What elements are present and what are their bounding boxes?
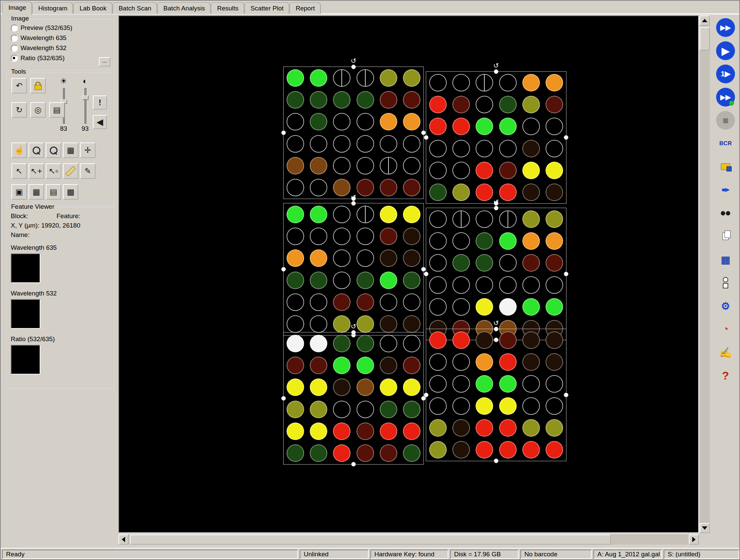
selection-handle[interactable] <box>564 135 568 140</box>
annotate-icon[interactable]: ✒ <box>716 181 735 199</box>
ruler-button[interactable] <box>63 163 78 179</box>
selection-handle[interactable] <box>351 330 356 335</box>
selection-handle[interactable] <box>281 267 286 272</box>
new-blocks-button[interactable]: ▤ <box>46 184 61 200</box>
selection-handle[interactable] <box>494 327 498 331</box>
gauge-icon[interactable]: ◔ <box>716 320 735 338</box>
previous-button[interactable]: ◀ <box>93 115 107 129</box>
draw-button[interactable]: ✎ <box>80 163 96 179</box>
image-mode-wavelength-635[interactable]: Wavelength 635 <box>11 34 110 42</box>
image-mode-ratio-532-635[interactable]: Ratio (532/635) <box>11 54 110 62</box>
find-icon[interactable] <box>716 204 735 223</box>
selection-handle[interactable] <box>494 206 498 210</box>
tab-scatter-plot[interactable]: Scatter Plot <box>245 3 289 14</box>
microarray-block[interactable]: ↺ <box>426 71 566 204</box>
selection-handle[interactable] <box>564 272 568 276</box>
microarray-block[interactable]: ↺ <box>283 67 424 199</box>
radio-button[interactable] <box>11 35 18 42</box>
select-button[interactable]: ↖ <box>11 163 27 179</box>
tab-batch-scan[interactable]: Batch Scan <box>113 3 157 14</box>
lab-notes-icon[interactable]: ✍ <box>716 343 735 362</box>
tab-lab-book[interactable]: Lab Book <box>74 3 112 14</box>
feature-grid-button[interactable]: ▦ <box>63 143 78 158</box>
scroll-down-button[interactable] <box>700 523 710 533</box>
hardware-diagnostics-icon[interactable]: ⚙ <box>716 296 735 315</box>
scan-all-icon[interactable]: ▶▶ <box>716 18 735 37</box>
selection-handle[interactable] <box>494 69 498 74</box>
color-palette-button[interactable]: ▤ <box>49 102 65 118</box>
contrast-slider[interactable] <box>82 88 88 123</box>
copy-icon[interactable] <box>716 227 735 246</box>
save-results-icon[interactable] <box>716 157 735 176</box>
zoom-button[interactable] <box>46 143 61 158</box>
preview-scan-icon[interactable]: ▶▶ <box>716 88 735 107</box>
scroll-left-button[interactable] <box>118 534 128 545</box>
selection-handle[interactable] <box>351 65 356 69</box>
image-mode-wavelength-532[interactable]: Wavelength 532 <box>11 44 110 52</box>
view-image-button[interactable]: ▣ <box>11 184 27 200</box>
selection-handle[interactable] <box>424 272 429 276</box>
selection-handle[interactable] <box>564 393 568 397</box>
help-icon[interactable]: ? <box>716 366 735 385</box>
rotate-button[interactable]: ↻ <box>11 102 27 118</box>
selection-handle[interactable] <box>424 135 429 140</box>
radio-button[interactable] <box>11 45 18 52</box>
undo-button[interactable]: ↶ <box>11 78 27 93</box>
tab-image[interactable]: Image <box>3 2 32 15</box>
align-target-button[interactable]: ◎ <box>30 102 46 118</box>
selection-handle[interactable] <box>281 130 286 135</box>
more-options-button[interactable]: ... <box>99 57 110 67</box>
selection-handle[interactable] <box>421 130 426 135</box>
lock-button[interactable] <box>30 78 46 93</box>
selection-handle[interactable] <box>351 462 356 467</box>
scan-once-icon[interactable]: 1▶ <box>716 65 735 83</box>
select-add-button[interactable]: ↖+ <box>29 163 44 179</box>
tab-results[interactable]: Results <box>211 3 244 14</box>
preview-label: Wavelength 532 <box>11 290 57 297</box>
stop-icon[interactable]: ■ <box>716 111 735 130</box>
rotate-handle-icon[interactable]: ↺ <box>351 57 357 65</box>
horizontal-scrollbar[interactable] <box>118 534 699 545</box>
barcode-icon[interactable]: BCR <box>716 134 735 153</box>
vertical-scroll-thumb[interactable] <box>700 27 710 50</box>
display-options-icon[interactable] <box>716 273 735 292</box>
selection-handle[interactable] <box>351 201 356 206</box>
rotate-handle-icon[interactable]: ↺ <box>493 319 499 327</box>
copy-glyph <box>723 233 729 240</box>
tab-batch-analysis[interactable]: Batch Analysis <box>158 3 211 14</box>
pan-hand-button[interactable]: ☝ <box>11 143 27 158</box>
slider-thumb[interactable] <box>82 95 88 100</box>
rotate-handle-icon[interactable]: ↺ <box>493 198 499 206</box>
horizontal-scroll-track[interactable] <box>128 534 689 545</box>
radio-button[interactable] <box>11 55 18 62</box>
rotate-handle-icon[interactable]: ↺ <box>351 322 357 330</box>
selection-handle[interactable] <box>421 267 426 272</box>
tab-histogram[interactable]: Histogram <box>33 3 73 14</box>
scroll-right-button[interactable] <box>689 534 699 545</box>
view-blocks-button[interactable]: ▦ <box>29 184 44 200</box>
image-mode-preview-532-635[interactable]: Preview (532/635) <box>11 24 110 32</box>
microarray-block[interactable]: ↺ <box>283 203 424 335</box>
report-table-icon[interactable]: ▦ <box>716 250 735 269</box>
block-properties-button[interactable]: ▩ <box>63 184 78 200</box>
radio-button[interactable] <box>11 25 18 32</box>
selection-handle[interactable] <box>494 458 498 463</box>
selection-handle[interactable] <box>281 396 286 401</box>
zoom-area-button[interactable] <box>29 143 44 158</box>
scan-icon[interactable]: ▶ <box>716 41 735 60</box>
saturation-alert-button[interactable]: ! <box>93 95 107 110</box>
vertical-scrollbar[interactable] <box>700 15 710 533</box>
selection-handle[interactable] <box>424 393 429 397</box>
image-viewport[interactable]: ↺↺↺↺↺↺ <box>118 15 699 533</box>
select-block-button[interactable]: ↖▫ <box>46 163 61 179</box>
tab-report[interactable]: Report <box>290 3 321 14</box>
rotate-handle-icon[interactable]: ↺ <box>493 62 499 70</box>
microarray-block[interactable]: ↺ <box>426 329 566 461</box>
rotate-handle-icon[interactable]: ↺ <box>351 193 357 201</box>
compass-button[interactable]: ✛ <box>80 143 96 158</box>
horizontal-scroll-thumb[interactable] <box>130 534 611 545</box>
microarray-block[interactable]: ↺ <box>283 332 424 465</box>
vertical-scroll-track[interactable] <box>700 26 710 523</box>
microarray-spot <box>499 232 517 250</box>
scroll-up-button[interactable] <box>700 15 710 26</box>
